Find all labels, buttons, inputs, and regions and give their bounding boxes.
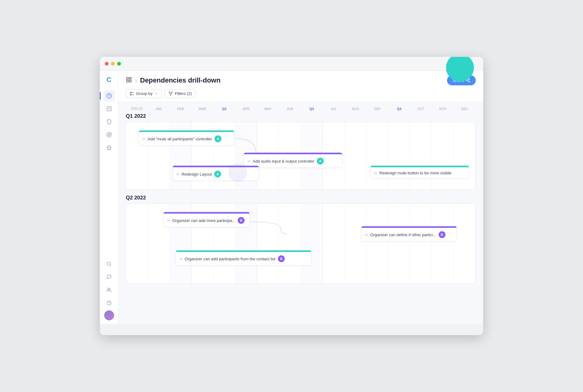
month-q2: Q2 bbox=[213, 107, 235, 111]
svg-point-4 bbox=[107, 133, 111, 137]
month-q4: Q4 bbox=[388, 107, 410, 111]
card-bar-teal-1 bbox=[139, 130, 234, 132]
link-icon-5: ∞ bbox=[167, 218, 170, 223]
avatar-badge-6: B bbox=[439, 231, 445, 238]
svg-point-18 bbox=[469, 81, 470, 82]
link-icon-4: ∞ bbox=[374, 171, 377, 175]
feature-card-7[interactable]: ∞ Organizer can add participants from th… bbox=[176, 250, 312, 266]
group-by-button[interactable]: Group by bbox=[126, 89, 162, 98]
timeline-months: 2020-Q1 JAN FEB MAR Q2 APR MAY JUN Q3 JU… bbox=[126, 107, 476, 111]
sidebar-item-help[interactable] bbox=[104, 297, 115, 309]
svg-line-19 bbox=[467, 81, 469, 81]
link-icon-1: ∞ bbox=[143, 137, 145, 141]
card-bar-purple-6 bbox=[361, 226, 457, 228]
card-bar-teal-4 bbox=[371, 166, 469, 167]
quarter-section-q2: Q2 2022 bbox=[126, 195, 476, 284]
feature-card-2[interactable]: ∞ Add audio input & output controller A bbox=[244, 152, 343, 168]
svg-rect-15 bbox=[127, 80, 129, 82]
svg-line-8 bbox=[110, 265, 111, 266]
toolbar: Group by Filters (2) bbox=[126, 89, 476, 102]
month-sep: SEP bbox=[366, 107, 388, 111]
link-icon-7: ∞ bbox=[180, 257, 182, 261]
avatar-badge-1: A bbox=[215, 135, 221, 142]
card-bar-purple-2 bbox=[244, 153, 342, 154]
avatar-badge-3: A bbox=[214, 171, 221, 177]
traffic-light-yellow[interactable] bbox=[111, 62, 115, 66]
app-window: C bbox=[100, 57, 483, 335]
title-separator: › bbox=[135, 77, 137, 84]
month-may: MAY bbox=[257, 107, 279, 111]
card-text-7: Organizer can add participants from the … bbox=[185, 257, 275, 261]
card-text-6: Organizer can define if other partici... bbox=[370, 232, 436, 237]
quarter-section-q1: Q1 2022 bbox=[126, 113, 476, 190]
svg-rect-14 bbox=[130, 80, 131, 82]
month-jan: JAN bbox=[148, 107, 170, 111]
feature-card-3[interactable]: ∞ Redesign Layout A bbox=[172, 165, 259, 181]
svg-point-16 bbox=[469, 79, 470, 79]
traffic-light-green[interactable] bbox=[117, 62, 121, 66]
sidebar-item-team[interactable] bbox=[104, 284, 115, 296]
month-feb: FEB bbox=[170, 107, 192, 111]
sidebar-item-star[interactable] bbox=[104, 142, 115, 153]
link-icon-3: ∞ bbox=[177, 172, 179, 176]
month-aug: AUG bbox=[345, 107, 367, 111]
feature-card-6[interactable]: ∞ Organizer can define if other partici.… bbox=[361, 226, 457, 241]
card-bar-teal-7 bbox=[176, 250, 311, 252]
svg-rect-22 bbox=[130, 94, 131, 95]
card-text-3: Redesign Layout bbox=[182, 172, 212, 177]
breadcrumb-icon[interactable] bbox=[126, 77, 132, 84]
svg-line-20 bbox=[467, 79, 469, 80]
month-dec: DEC bbox=[454, 107, 476, 111]
month-mar: MAR bbox=[191, 107, 213, 111]
month-jun: JUN bbox=[279, 107, 301, 111]
timeline-area[interactable]: 2020-Q1 JAN FEB MAR Q2 APR MAY JUN Q3 JU… bbox=[118, 102, 483, 324]
user-avatar[interactable] bbox=[104, 310, 114, 320]
month-oct: OCT bbox=[410, 107, 432, 111]
svg-marker-6 bbox=[107, 146, 111, 150]
card-text-5: Organizer can add more participa... bbox=[172, 218, 236, 223]
group-by-label: Group by bbox=[136, 91, 152, 96]
sidebar-bottom bbox=[104, 258, 115, 320]
month-q3: Q3 bbox=[301, 107, 323, 111]
card-bar-purple-3 bbox=[173, 166, 259, 167]
sidebar-item-chat[interactable] bbox=[104, 271, 115, 283]
feature-card-5[interactable]: ∞ Organizer can add more participa... B bbox=[163, 212, 250, 227]
quarter-title-q1: Q1 2022 bbox=[126, 113, 476, 119]
svg-rect-13 bbox=[130, 77, 131, 79]
card-text-1: Add "mute all participants" controller bbox=[148, 137, 212, 141]
avatar-badge-2: A bbox=[317, 158, 324, 164]
main-content: › Dependencies drill-down Share bbox=[118, 70, 483, 324]
sidebar-logo[interactable]: C bbox=[104, 74, 115, 85]
sidebar-item-shield[interactable] bbox=[104, 116, 115, 127]
header-top: › Dependencies drill-down Share bbox=[126, 75, 476, 85]
link-icon-2: ∞ bbox=[248, 159, 250, 163]
month-jul: JUL bbox=[323, 107, 345, 111]
traffic-light-red[interactable] bbox=[105, 62, 109, 66]
timeline-header: 2020-Q1 JAN FEB MAR Q2 APR MAY JUN Q3 JU… bbox=[126, 107, 476, 111]
svg-point-9 bbox=[108, 288, 109, 290]
link-icon-6: ∞ bbox=[365, 232, 368, 237]
quarter-title-q2: Q2 2022 bbox=[126, 195, 476, 201]
card-bar-purple-5 bbox=[164, 212, 249, 214]
title-bar bbox=[100, 57, 483, 70]
sidebar-item-timeline[interactable] bbox=[104, 90, 115, 101]
filters-button[interactable]: Filters (2) bbox=[164, 89, 196, 98]
svg-rect-12 bbox=[127, 77, 129, 79]
quarter-body-q2: ∞ Organizer can add more participa... B … bbox=[126, 203, 476, 284]
app-layout: C bbox=[100, 70, 483, 324]
card-text-2: Add audio input & output controller bbox=[253, 159, 314, 164]
month-nov: NOV bbox=[432, 107, 454, 111]
sidebar: C bbox=[100, 70, 118, 324]
quarter-body-q1: ∞ Add "mute all participants" controller… bbox=[126, 122, 476, 190]
feature-card-4[interactable]: ∞ Redesign mute button to be more visibl… bbox=[370, 165, 469, 179]
sidebar-item-tasks[interactable] bbox=[104, 103, 115, 114]
filters-label: Filters (2) bbox=[175, 91, 192, 96]
svg-marker-25 bbox=[169, 92, 173, 95]
sidebar-item-compass[interactable] bbox=[104, 129, 115, 140]
month-apr: APR bbox=[235, 107, 257, 111]
feature-card-1[interactable]: ∞ Add "mute all participants" controller… bbox=[138, 130, 234, 146]
sidebar-item-search[interactable] bbox=[104, 258, 115, 270]
svg-marker-5 bbox=[108, 134, 110, 136]
svg-point-7 bbox=[107, 262, 111, 266]
page-title: Dependencies drill-down bbox=[140, 76, 220, 84]
